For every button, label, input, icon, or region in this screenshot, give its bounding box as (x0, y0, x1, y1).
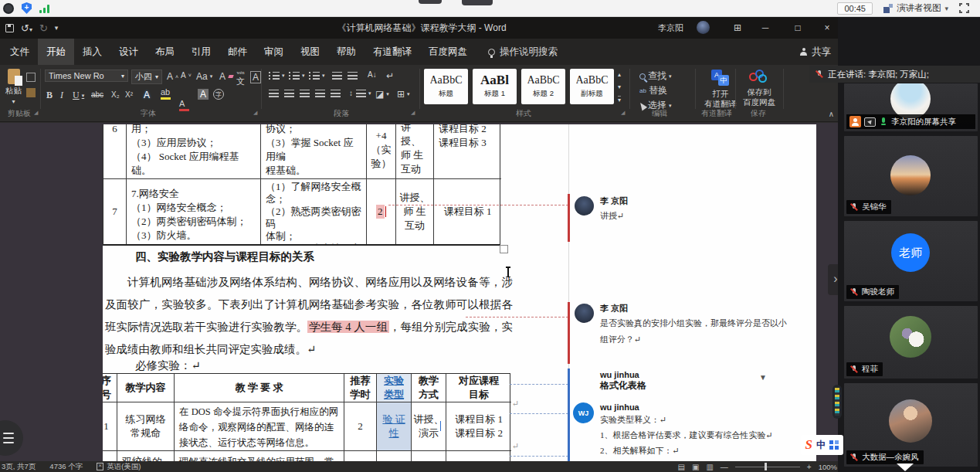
redo-button[interactable]: ↻ (39, 22, 48, 34)
numbering-icon[interactable]: ▾ (289, 72, 305, 80)
network-signal-icon[interactable] (39, 4, 49, 13)
page-indicator[interactable]: 3页, 共7页 (2, 462, 36, 472)
superscript-icon[interactable]: X² (125, 90, 133, 99)
tell-me-search[interactable]: 操作说明搜索 (488, 46, 558, 59)
restore-button[interactable]: □ (788, 17, 808, 39)
style-card-heading2[interactable]: AaBbC 标题 2 (521, 69, 565, 104)
scroll-down-arrow[interactable] (897, 464, 914, 471)
subscript-icon[interactable]: X₂ (111, 90, 120, 99)
style-card-title[interactable]: AaBbC 标题 (424, 69, 468, 104)
tab-mailings[interactable]: 邮件 (219, 39, 256, 66)
tab-file[interactable]: 文件 (2, 39, 38, 66)
participant-tile-yuwanfeng[interactable]: 大数据—余婉风 (844, 383, 978, 467)
youdao-translate-button[interactable]: A中 打开有道翻译 (704, 70, 737, 109)
dialog-launcher-icon[interactable]: ◢ (34, 110, 38, 116)
baidu-pan-save-button[interactable]: 保存到百度网盘 (743, 70, 775, 107)
share-button[interactable]: 共享 (799, 46, 831, 59)
meeting-toolbar-notch[interactable] (419, 0, 442, 4)
table-resize-handle[interactable] (500, 245, 508, 253)
bullets-icon[interactable]: ▾ (269, 72, 285, 80)
underline-icon[interactable]: U▾ (73, 90, 84, 101)
account-avatar[interactable] (697, 21, 710, 34)
find-button[interactable]: 查找▾ (639, 70, 672, 83)
clear-formatting-icon[interactable]: A (219, 71, 233, 82)
tab-review[interactable]: 审阅 (256, 39, 292, 66)
zoom-slider-handle[interactable] (765, 463, 767, 470)
multilevel-list-icon[interactable]: ▾ (309, 72, 325, 80)
paste-button[interactable]: 粘贴 ▾ (5, 69, 22, 105)
security-shield-icon[interactable] (22, 2, 32, 14)
read-mode-icon[interactable]: ▤ (677, 463, 684, 471)
align-center-icon[interactable] (284, 90, 294, 97)
format-painter-icon[interactable] (26, 88, 36, 97)
toolbar-pill[interactable] (832, 385, 842, 419)
style-card-heading1[interactable]: AaBl 标题 1 (473, 69, 517, 104)
participant-tile-taojun[interactable]: 老师 陶骏老师 (844, 221, 978, 301)
proofing-status[interactable]: 英语(美国) (97, 462, 141, 472)
borders-icon[interactable]: ⊞▾ (397, 89, 410, 100)
close-button[interactable]: × (817, 17, 837, 39)
tab-help[interactable]: 帮助 (328, 39, 365, 66)
zoom-in-icon[interactable]: + (807, 463, 812, 471)
font-size-select[interactable]: 小四▾ (131, 70, 162, 84)
font-name-select[interactable]: Times New Ro▾ (45, 70, 128, 82)
line-spacing-icon[interactable]: ↕▾ (349, 89, 371, 97)
fullscreen-icon[interactable] (959, 3, 969, 13)
ribbon-display-icon[interactable]: ⊞ (727, 17, 748, 39)
show-marks-icon[interactable]: ↵ (386, 70, 394, 81)
dialog-launcher-icon[interactable]: ◢ (253, 110, 257, 116)
participant-tile-chengfei[interactable]: 程菲 (844, 306, 978, 379)
sort-icon[interactable]: A↓ (368, 70, 377, 79)
qat-customize-button[interactable]: ▾ (55, 24, 59, 32)
word-count[interactable]: 4736 个字 (49, 462, 83, 472)
styles-gallery-expand[interactable]: ▾ (618, 96, 621, 104)
zoom-slider[interactable] (735, 467, 800, 467)
zoom-level[interactable]: 100% (819, 463, 837, 471)
save-icon[interactable] (5, 24, 14, 32)
tab-baidupan[interactable]: 百度网盘 (420, 39, 476, 66)
dialog-launcher-icon[interactable]: ◢ (411, 110, 415, 116)
dialog-launcher-icon[interactable]: ◢ (621, 110, 625, 116)
sogou-logo[interactable]: S (805, 437, 812, 453)
input-method-menu-icon[interactable] (829, 440, 839, 450)
collapse-ribbon-icon[interactable]: ∧ (829, 110, 834, 118)
account-name[interactable]: 李京阳 (658, 22, 683, 34)
justify-icon[interactable] (315, 90, 325, 97)
participant-tile-wujinhua[interactable]: 吴锦华 (844, 136, 978, 216)
enclose-characters-icon[interactable]: 字 (213, 89, 224, 100)
tab-youdao[interactable]: 有道翻译 (365, 39, 420, 66)
copy-icon[interactable] (26, 73, 36, 82)
text-effects-icon[interactable]: A (144, 90, 150, 100)
web-layout-icon[interactable]: ▥ (706, 463, 713, 471)
zoom-out-icon[interactable]: — (721, 463, 728, 471)
minimize-button[interactable]: ─ (755, 17, 775, 39)
strikethrough-icon[interactable]: abc (91, 90, 103, 99)
tab-insert[interactable]: 插入 (74, 39, 110, 66)
tab-home[interactable]: 开始 (38, 39, 74, 66)
shading-icon[interactable]: ◪▾ (375, 89, 389, 100)
character-border-icon[interactable]: A (250, 71, 261, 83)
distribute-icon[interactable] (331, 90, 341, 97)
document-page[interactable]: 6 用； （3）应用层协议； （4） Socket 应用编程基础。 协议； （3… (103, 124, 816, 467)
character-shading-icon[interactable]: A (198, 89, 209, 100)
presenter-view-button[interactable]: 演讲者视图 ▾ (883, 2, 948, 14)
tab-references[interactable]: 引用 (183, 39, 219, 66)
align-right-icon[interactable] (300, 90, 310, 97)
styles-scroll-up[interactable]: ▴ (618, 71, 621, 78)
italic-icon[interactable]: I (60, 90, 63, 101)
increase-indent-icon[interactable] (348, 72, 358, 80)
grow-font-icon[interactable]: A˄ (167, 71, 178, 82)
tab-layout[interactable]: 布局 (147, 39, 183, 66)
tab-design[interactable]: 设计 (110, 39, 147, 66)
change-case-icon[interactable]: Aa▾ (196, 71, 212, 82)
phonetic-guide-icon[interactable]: wén文 (236, 70, 245, 84)
input-language-toggle[interactable]: 中 (816, 439, 826, 452)
align-left-icon[interactable] (269, 90, 279, 97)
style-card-subtitle[interactable]: AaBbC 副标题 (570, 69, 614, 104)
replace-button[interactable]: ab替换 (639, 84, 667, 97)
tab-view[interactable]: 视图 (292, 39, 328, 66)
shrink-font-icon[interactable]: A˅ (181, 71, 192, 80)
undo-button[interactable]: ↺▾ (21, 22, 32, 34)
meeting-app-icon[interactable] (3, 3, 14, 14)
comment-expand-icon[interactable]: ▼ (759, 373, 767, 382)
